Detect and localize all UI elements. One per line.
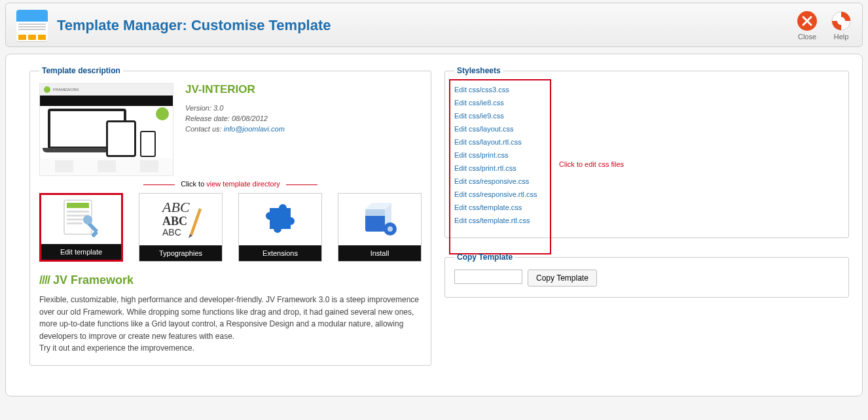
css-link[interactable]: Edit css/ie9.css — [454, 112, 504, 120]
edit-template-label: Edit template — [41, 244, 121, 260]
css-link[interactable]: Edit css/ie8.css — [454, 99, 504, 107]
svg-point-9 — [83, 215, 92, 224]
template-description-legend: Template description — [39, 66, 123, 75]
puzzle-icon — [257, 195, 304, 244]
stylesheet-list: Edit css/css3.css Edit css/ie8.css Edit … — [454, 83, 839, 227]
main-panel: Template description FRAMEWORK JV-INTERI… — [5, 54, 863, 396]
right-column: Stylesheets Click to edit css files Edit… — [444, 66, 849, 380]
template-name: JV-INTERIOR — [185, 83, 285, 96]
left-column: Template description FRAMEWORK JV-INTERI… — [29, 66, 425, 380]
framework-heading: //// JV Framework — [39, 273, 422, 287]
lifebuoy-icon — [831, 10, 852, 33]
svg-text:ABC: ABC — [162, 215, 187, 228]
help-label: Help — [834, 33, 849, 41]
annotation-view-directory: Click to view template directory — [39, 180, 422, 188]
contact-email-link[interactable]: info@joomlavi.com — [224, 125, 285, 133]
template-release-date: Release date: 08/08/2012 — [185, 114, 285, 122]
svg-rect-5 — [67, 211, 89, 213]
template-meta: JV-INTERIOR Version: 3.0 Release date: 0… — [185, 83, 285, 135]
svg-rect-10 — [91, 230, 98, 237]
copy-template-button[interactable]: Copy Template — [528, 270, 597, 287]
install-box-icon — [356, 195, 403, 244]
svg-point-17 — [388, 226, 393, 232]
svg-rect-4 — [67, 203, 89, 208]
css-link[interactable]: Edit css/template.rtl.css — [454, 217, 530, 224]
svg-point-2 — [837, 17, 845, 25]
copy-template-fieldset: Copy Template Copy Template — [444, 253, 849, 298]
css-link[interactable]: Edit css/responsive.css — [454, 177, 529, 185]
css-link[interactable]: Edit css/print.css — [454, 151, 509, 159]
template-manager-icon — [16, 10, 48, 41]
stylesheets-legend: Stylesheets — [454, 66, 503, 75]
css-link[interactable]: Edit css/template.css — [454, 203, 522, 211]
css-link[interactable]: Edit css/layout.css — [454, 125, 513, 133]
svg-text:ABC: ABC — [162, 227, 181, 237]
extensions-label: Extensions — [239, 245, 321, 261]
copy-template-legend: Copy Template — [454, 253, 515, 262]
template-thumbnail[interactable]: FRAMEWORK — [39, 83, 173, 176]
typographies-label: Typographies — [139, 245, 222, 261]
template-description-fieldset: Template description FRAMEWORK JV-INTERI… — [29, 66, 431, 366]
annotation-edit-css: Click to edit css files — [559, 160, 624, 168]
svg-rect-8 — [67, 222, 82, 224]
framework-body-2: Try it out and experience the improvemen… — [39, 342, 422, 355]
install-card[interactable]: Install — [338, 193, 422, 262]
framework-body-1: Flexible, customizable, high performance… — [39, 294, 422, 342]
extensions-card[interactable]: Extensions — [238, 193, 322, 262]
edit-template-icon — [58, 195, 105, 244]
svg-text:ABC: ABC — [161, 199, 190, 215]
close-button[interactable]: Close — [797, 10, 818, 41]
typographies-icon: ABCABCABC — [157, 195, 204, 244]
css-link[interactable]: Edit css/css3.css — [454, 86, 509, 94]
close-label: Close — [798, 33, 816, 41]
help-button[interactable]: Help — [831, 10, 852, 41]
toolbar: Template Manager: Customise Template Clo… — [5, 3, 863, 47]
typographies-card[interactable]: ABCABCABC Typographies — [139, 193, 223, 262]
template-contact: Contact us: info@joomlavi.com — [185, 125, 285, 133]
template-version: Version: 3.0 — [185, 104, 285, 112]
edit-template-card[interactable]: Edit template — [39, 193, 123, 262]
css-link[interactable]: Edit css/print.rtl.css — [454, 164, 516, 172]
css-link[interactable]: Edit css/layout.rtl.css — [454, 138, 522, 146]
css-link[interactable]: Edit css/responsive.rtl.css — [454, 190, 537, 198]
page-title: Template Manager: Customise Template — [57, 17, 331, 34]
stylesheets-fieldset: Stylesheets Click to edit css files Edit… — [444, 66, 849, 238]
install-label: Install — [338, 245, 421, 261]
svg-rect-15 — [365, 209, 385, 216]
action-cards: Edit template ABCABCABC Typographies — [39, 193, 422, 262]
close-icon — [797, 10, 818, 33]
copy-template-input[interactable] — [454, 270, 522, 284]
